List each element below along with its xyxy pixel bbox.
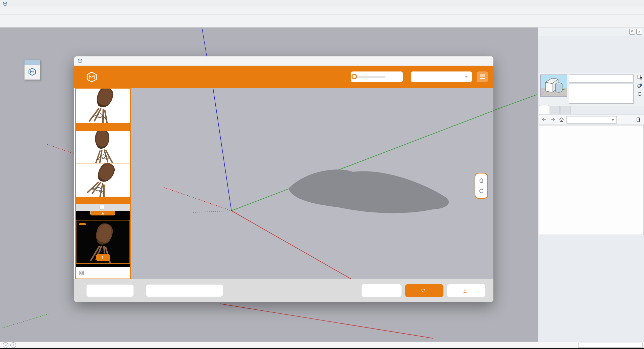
chevron-down-icon	[611, 119, 614, 121]
create-style-icon[interactable]	[637, 74, 642, 80]
unlimited-button[interactable]	[362, 284, 401, 297]
aim-brand-icon	[86, 71, 97, 83]
default-tray: ×	[538, 28, 644, 342]
pin-icon[interactable]	[629, 29, 635, 35]
styles-panel	[539, 73, 644, 106]
management-row[interactable]	[76, 267, 130, 279]
details-arrow-icon[interactable]	[635, 116, 642, 123]
aim-dialog-footer	[74, 279, 493, 302]
view-thumbnail-side[interactable]	[76, 163, 130, 197]
chair-shadow	[288, 169, 449, 213]
filmstrip-gap	[76, 216, 130, 220]
measurements-box[interactable]	[578, 343, 643, 348]
views-sidebar	[75, 88, 131, 279]
tab-mix[interactable]	[560, 106, 571, 114]
description-input[interactable]	[146, 285, 223, 297]
aim-dialog-logo-icon	[77, 58, 83, 63]
model-name-input[interactable]	[87, 285, 133, 297]
view-thumbnail-angled[interactable]	[76, 89, 130, 123]
tray-spacer	[539, 235, 644, 261]
tray-header: ×	[538, 28, 644, 36]
info-icon[interactable]: i	[10, 342, 16, 348]
variant-toggle-bar[interactable]	[76, 123, 130, 131]
aim-dialog	[74, 56, 493, 302]
generated-result-thumbnail[interactable]	[76, 220, 130, 264]
styles-tabs	[539, 106, 644, 114]
style-reference-row[interactable]	[76, 204, 130, 211]
maximize-button[interactable]	[619, 0, 631, 7]
aim-dialog-titlebar[interactable]	[74, 56, 493, 66]
back-icon[interactable]	[540, 116, 548, 123]
update-style-icon[interactable]	[637, 83, 642, 88]
top-view-button[interactable]	[96, 254, 110, 261]
style-description[interactable]	[569, 84, 634, 104]
view-thumbnail-front[interactable]	[76, 131, 130, 163]
minimize-button[interactable]	[606, 0, 619, 7]
status-bar: ? i	[0, 342, 644, 348]
styles-nav-row	[539, 115, 644, 125]
styles-thumbnail-grid	[539, 125, 644, 235]
styles-collection-dropdown[interactable]	[567, 116, 617, 123]
style-name-input[interactable]	[569, 74, 634, 83]
aim-mini-toolbar	[24, 60, 40, 80]
refresh-styles-icon[interactable]	[637, 91, 642, 97]
preview-nav-panel	[475, 173, 488, 199]
aim-preview-viewport[interactable]	[131, 88, 493, 279]
aim-mini-titlebar[interactable]	[24, 60, 40, 65]
toolbar	[0, 15, 644, 28]
triangle-up-icon	[101, 212, 104, 214]
grid-icon	[79, 270, 84, 276]
aim-dialog-header	[74, 66, 493, 88]
forward-icon[interactable]	[549, 116, 556, 123]
tab-edit[interactable]	[550, 106, 560, 114]
sparkle-icon	[421, 288, 426, 293]
menu-bar	[0, 7, 644, 15]
window-edge	[0, 348, 644, 349]
geolocation-icon[interactable]: ?	[3, 342, 8, 348]
collapse-up-button[interactable]	[90, 211, 115, 215]
style-reference-checkbox[interactable]	[100, 205, 104, 210]
create-button[interactable]	[405, 284, 443, 297]
menu-hamburger-button[interactable]	[477, 71, 488, 82]
result-count-badge	[79, 223, 86, 225]
tray-close-button[interactable]: ×	[636, 29, 642, 35]
refresh-icon[interactable]	[478, 188, 484, 194]
close-button[interactable]	[631, 0, 644, 7]
preview-scene	[131, 88, 493, 279]
load-button[interactable]	[447, 284, 485, 297]
collapse-tab-row	[76, 211, 130, 216]
home-icon[interactable]	[558, 116, 565, 123]
multiview-toggle-bar[interactable]	[76, 197, 130, 204]
aim-plugin-icon[interactable]	[28, 68, 36, 76]
accuracy-slider-track[interactable]	[354, 76, 385, 78]
accuracy-slider[interactable]	[351, 71, 403, 82]
sketchup-window: ×	[0, 0, 644, 349]
type-dropdown[interactable]	[411, 71, 472, 82]
home-icon[interactable]	[478, 178, 484, 184]
tab-select[interactable]	[539, 105, 549, 114]
accuracy-slider-thumb[interactable]	[352, 74, 357, 79]
chevron-down-icon	[465, 76, 468, 78]
sketchup-logo-icon	[3, 1, 7, 6]
aim-dialog-close-button[interactable]	[483, 58, 490, 64]
download-icon	[463, 288, 468, 293]
arrow-up-icon	[100, 255, 105, 259]
style-preview-thumbnail	[540, 74, 567, 97]
window-titlebar	[0, 0, 644, 8]
